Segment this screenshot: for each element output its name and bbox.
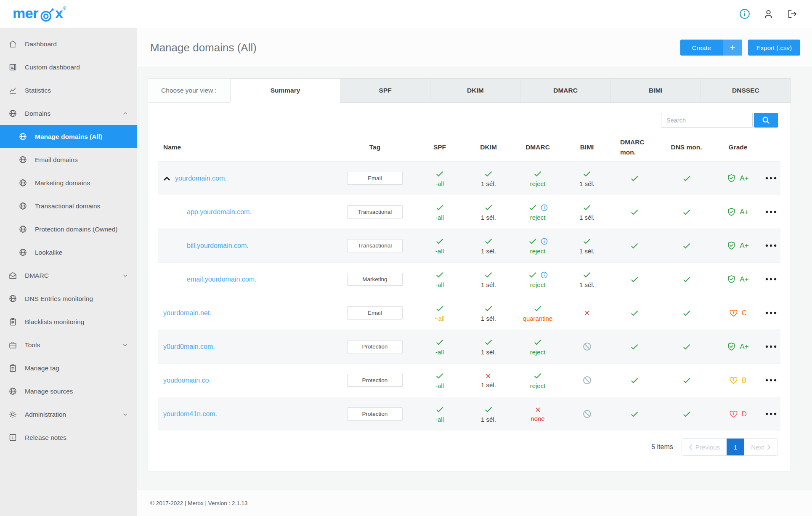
tab-bimi[interactable]: BIMI	[611, 78, 701, 103]
domain-link[interactable]: bill.yourdomain.com.	[187, 242, 249, 250]
table-row-y0urd0main-com: y0urd0main.com.Protection-all1 sél.rejec…	[158, 330, 780, 363]
info-icon[interactable]	[541, 271, 548, 279]
sidebar-item-dmarc[interactable]: DMARC	[0, 264, 137, 287]
globe-icon	[19, 248, 28, 257]
row-actions-icon[interactable]	[765, 210, 777, 213]
status-text: 1 sél.	[481, 281, 496, 288]
logo-text-post: x	[55, 5, 63, 21]
next-page-button[interactable]: Next	[744, 439, 778, 455]
sidebar-item-label: Marketing domains	[35, 179, 90, 187]
sidebar-item-blacklists-monitoring[interactable]: Blacklists monitoring	[0, 310, 137, 333]
globe-icon	[19, 178, 28, 188]
tab-dnssec[interactable]: DNSSEC	[701, 78, 791, 103]
collapse-group-icon[interactable]	[163, 176, 170, 181]
shield-check-icon	[727, 174, 736, 183]
grade-letter: A+	[740, 174, 748, 183]
sidebar-item-manage-tag[interactable]: Manage tag	[0, 356, 137, 380]
row-actions-icon[interactable]	[765, 311, 777, 314]
previous-page-button[interactable]: Previous	[682, 439, 727, 455]
column-header-tag: Tag	[335, 144, 415, 151]
globe-icon	[8, 294, 18, 303]
info-icon[interactable]	[739, 8, 750, 19]
tag-button[interactable]: Protection	[347, 407, 403, 420]
status-text: 1 sél.	[481, 214, 496, 221]
check-icon	[435, 371, 444, 380]
tag-button[interactable]: Protection	[347, 340, 403, 353]
tag-button[interactable]: Transactional	[347, 205, 403, 218]
domains-table: NameTagSPFDKIMDMARCBIMIDMARC mon.DNS mon…	[158, 133, 780, 431]
status-text: -all	[435, 348, 444, 356]
row-actions-icon[interactable]	[765, 412, 777, 415]
cross-icon	[485, 372, 492, 380]
sidebar-item-administration[interactable]: Administration	[0, 403, 137, 426]
check-icon	[484, 270, 493, 279]
sidebar-item-domains[interactable]: Domains	[0, 102, 137, 125]
domain-link[interactable]: y0urd0main.com.	[163, 343, 215, 351]
check-icon	[682, 376, 691, 385]
sidebar-item-marketing-domains[interactable]: Marketing domains	[0, 171, 137, 194]
user-icon[interactable]	[763, 8, 774, 20]
search-input[interactable]	[661, 113, 753, 128]
row-actions-icon[interactable]	[765, 345, 777, 348]
check-icon	[582, 237, 592, 246]
merox-logo[interactable]: mer x ®	[13, 5, 66, 23]
tab-summary[interactable]: Summary	[230, 78, 340, 103]
export-csv-button[interactable]: Export (.csv)	[748, 40, 800, 56]
tab-dmarc[interactable]: DMARC	[520, 78, 610, 103]
sidebar-item-transactional-domains[interactable]: Transactional domains	[0, 194, 137, 218]
current-page-button[interactable]: 1	[727, 439, 744, 455]
domain-link[interactable]: yourdom41n.com.	[163, 410, 217, 418]
sidebar-item-manage-sources[interactable]: Manage sources	[0, 380, 137, 403]
check-icon	[533, 371, 542, 380]
row-actions-icon[interactable]	[765, 177, 777, 180]
sidebar-item-label: Email domains	[35, 156, 78, 164]
plus-icon: +	[723, 40, 742, 56]
tag-button[interactable]: Email	[347, 172, 403, 185]
sidebar-item-custom-dashboard[interactable]: Custom dashboard	[0, 56, 137, 79]
footer: © 2017-2022 | Merox | Version : 2.1.13	[137, 490, 812, 516]
tab-spf[interactable]: SPF	[340, 78, 430, 103]
domain-link[interactable]: youdoomain.co.	[163, 377, 211, 384]
check-icon	[682, 410, 691, 419]
row-actions-icon[interactable]	[765, 278, 777, 281]
sidebar-item-manage-domains-all[interactable]: Manage domains (All)	[0, 125, 137, 148]
sidebar-item-tools[interactable]: Tools	[0, 333, 137, 356]
search-button[interactable]	[754, 113, 778, 128]
table-row-app-yourdomain-com: app.yourdomain.com.Transactional-all1 sé…	[158, 195, 780, 229]
tab-dkim[interactable]: DKIM	[430, 78, 520, 103]
domain-link[interactable]: yourdomain.com.	[175, 175, 227, 182]
sidebar-item-email-domains[interactable]: Email domains	[0, 148, 137, 171]
row-actions-icon[interactable]	[765, 379, 777, 382]
logout-icon[interactable]	[787, 8, 798, 19]
sidebar-item-dashboard[interactable]: Dashboard	[0, 32, 137, 56]
tag-button[interactable]: Protection	[347, 374, 403, 387]
tag-button[interactable]: Transactional	[347, 239, 403, 252]
row-actions-icon[interactable]	[765, 244, 777, 247]
tag-button[interactable]: Marketing	[347, 273, 403, 286]
globe-icon	[19, 225, 28, 234]
sidebar-item-statistics[interactable]: Statistics	[0, 79, 137, 102]
tag-button[interactable]: Email	[347, 306, 403, 319]
sidebar-item-dns-entries-monitoring[interactable]: DNS Entries monitoring	[0, 287, 137, 310]
domain-link[interactable]: app.yourdomain.com.	[187, 208, 252, 216]
sidebar-item-protection-domains-owned[interactable]: Protection domains (Owned)	[0, 218, 137, 241]
shield-check-icon	[727, 241, 736, 250]
shield-check-icon	[727, 342, 736, 351]
sidebar-item-lookalike[interactable]: Lookalike	[0, 241, 137, 264]
status-text: ~all	[435, 315, 445, 322]
domains-card: NameTagSPFDKIMDMARCBIMIDMARC mon.DNS mon…	[148, 102, 791, 471]
grade-badge: A+	[727, 241, 748, 250]
info-icon[interactable]	[541, 238, 548, 245]
status-text: reject	[530, 348, 546, 356]
topbar: mer x ®	[0, 0, 812, 28]
check-icon	[682, 309, 691, 318]
domain-link[interactable]: yourdomain.net.	[163, 309, 212, 317]
sidebar-item-label: DMARC	[25, 272, 49, 279]
status-text: -all	[435, 416, 444, 423]
sidebar-item-release-notes[interactable]: Release notes	[0, 426, 137, 449]
info-icon[interactable]	[541, 204, 548, 211]
domain-link[interactable]: email.yourdomain.com.	[187, 276, 256, 283]
create-button[interactable]: Create +	[680, 40, 742, 56]
app: mer x ® DashboardCustom dashboardStatist…	[0, 0, 812, 516]
check-icon	[630, 376, 639, 385]
